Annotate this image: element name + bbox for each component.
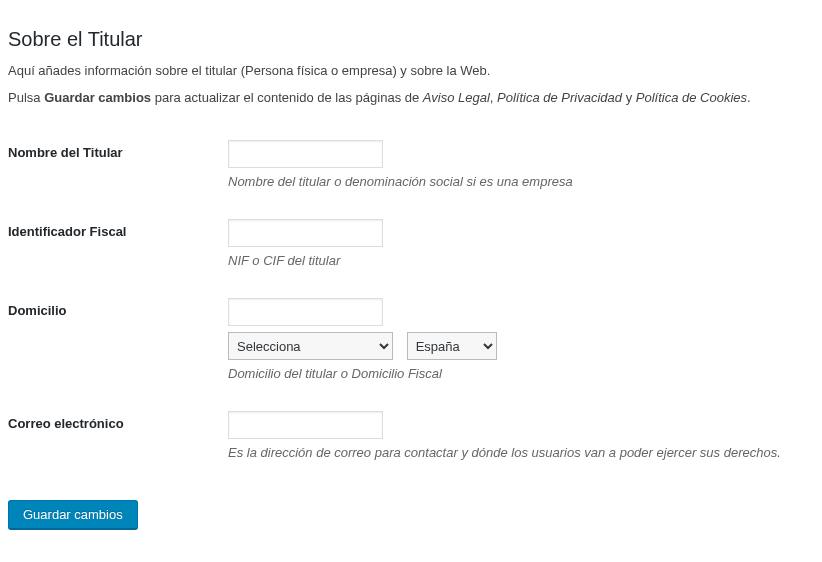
intro2-a: Pulsa [8, 90, 44, 105]
select-province[interactable]: Selecciona [228, 332, 393, 360]
intro2-b: para actualizar el contenido de las pági… [151, 90, 423, 105]
label-fiscal: Identificador Fiscal [8, 204, 228, 283]
row-correo: Correo electrónico Es la dirección de co… [8, 396, 814, 475]
input-correo[interactable] [228, 411, 383, 439]
label-correo: Correo electrónico [8, 396, 228, 475]
intro-line-2: Pulsa Guardar cambios para actualizar el… [8, 90, 814, 105]
label-domicilio: Domicilio [8, 283, 228, 396]
input-domicilio[interactable] [228, 298, 383, 326]
intro-line-1: Aquí añades información sobre el titular… [8, 63, 814, 78]
save-button[interactable]: Guardar cambios [8, 500, 138, 529]
intro2-it3: Política de Cookies [636, 90, 747, 105]
intro2-sep2: y [622, 90, 636, 105]
desc-correo: Es la dirección de correo para contactar… [228, 445, 804, 460]
desc-domicilio: Domicilio del titular o Domicilio Fiscal [228, 366, 804, 381]
input-fiscal[interactable] [228, 219, 383, 247]
row-nombre: Nombre del Titular Nombre del titular o … [8, 125, 814, 204]
row-domicilio: Domicilio Selecciona España Domicilio de… [8, 283, 814, 396]
intro2-it2: Política de Privacidad [497, 90, 622, 105]
select-country[interactable]: España [407, 332, 497, 360]
intro2-it1: Aviso Legal [423, 90, 490, 105]
desc-fiscal: NIF o CIF del titular [228, 253, 804, 268]
label-nombre: Nombre del Titular [8, 125, 228, 204]
intro2-end: . [747, 90, 751, 105]
form-table: Nombre del Titular Nombre del titular o … [8, 125, 814, 475]
section-title: Sobre el Titular [8, 28, 814, 51]
submit-row: Guardar cambios [8, 500, 814, 529]
intro2-sep1: , [490, 90, 497, 105]
desc-nombre: Nombre del titular o denominación social… [228, 174, 804, 189]
input-nombre[interactable] [228, 140, 383, 168]
intro2-bold: Guardar cambios [44, 90, 151, 105]
row-fiscal: Identificador Fiscal NIF o CIF del titul… [8, 204, 814, 283]
